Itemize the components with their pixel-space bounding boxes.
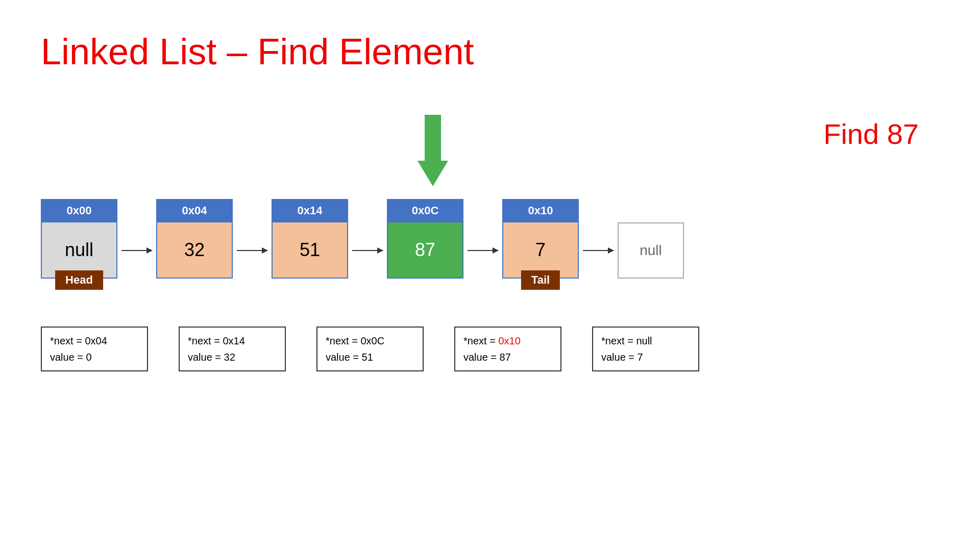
node-4-addr: 0x10 [502,199,579,222]
info-box-2: *next = 0x0C value = 51 [316,327,424,371]
node-3-value: 87 [387,222,463,279]
info-0-val: value = 0 [50,349,139,365]
info-3-next-red: 0x10 [498,335,520,346]
node-3: 0x0C 87 [387,199,463,279]
info-3-val: value = 87 [463,349,552,365]
green-arrow [418,115,448,186]
node-0-addr: 0x00 [41,199,117,222]
arrow-2-3 [352,250,383,251]
null-terminus: null [618,222,684,279]
arrow-1-2 [237,250,267,251]
node-3-addr: 0x0C [387,199,463,222]
info-4-val: value = 7 [601,349,690,365]
arrow-3-4 [468,250,498,251]
arrow-0-1 [121,250,152,251]
info-box-4: *next = null value = 7 [592,327,699,371]
node-1: 0x04 32 [156,199,233,279]
info-2-val: value = 51 [326,349,414,365]
node-2-addr: 0x14 [272,199,348,222]
info-box-3: *next = 0x10 value = 87 [454,327,561,371]
node-2: 0x14 51 [272,199,348,279]
node-0: 0x00 null Head [41,199,117,279]
info-3-next: *next = 0x10 [463,333,552,349]
arrow-4-null [583,250,614,251]
page-title: Linked List – Find Element [41,31,474,72]
node-2-value: 51 [272,222,348,279]
node-0-badge: Head [55,270,103,290]
node-1-value: 32 [156,222,233,279]
info-box-1: *next = 0x14 value = 32 [179,327,286,371]
node-1-addr: 0x04 [156,199,233,222]
node-4-badge: Tail [521,270,560,290]
info-boxes: *next = 0x04 value = 0 *next = 0x14 valu… [41,327,699,371]
info-2-next: *next = 0x0C [326,333,414,349]
info-0-next: *next = 0x04 [50,333,139,349]
find-label: Find 87 [823,117,919,151]
list-container: 0x00 null Head 0x04 32 0x14 51 0x0C 87 0… [41,199,684,279]
node-4: 0x10 7 Tail [502,199,579,279]
info-4-next: *next = null [601,333,690,349]
info-1-next: *next = 0x14 [188,333,277,349]
info-1-val: value = 32 [188,349,277,365]
info-box-0: *next = 0x04 value = 0 [41,327,148,371]
